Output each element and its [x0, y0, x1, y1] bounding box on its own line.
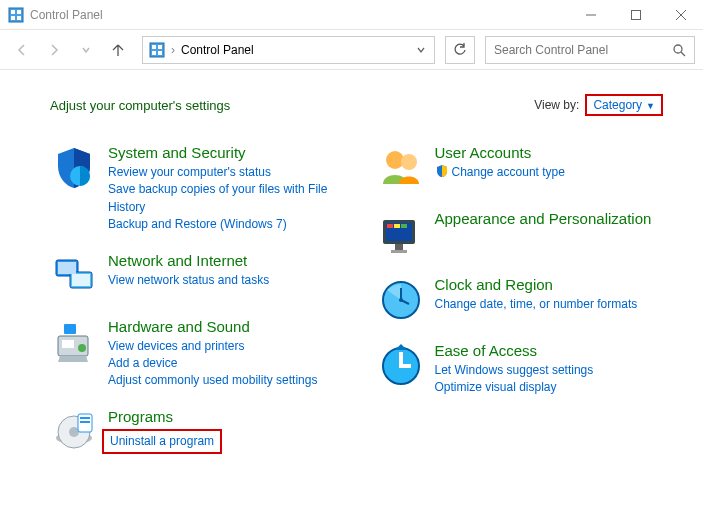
close-button[interactable] [658, 0, 703, 30]
svg-rect-38 [395, 244, 403, 250]
category-links: View network status and tasks [108, 272, 337, 289]
category-body: Network and InternetView network status … [108, 252, 337, 300]
category-title[interactable]: Clock and Region [435, 276, 664, 294]
search-icon[interactable] [672, 43, 686, 57]
category-link[interactable]: Backup and Restore (Windows 7) [108, 216, 337, 233]
category-links: Let Windows suggest settingsOptimize vis… [435, 362, 664, 397]
category-network: Network and InternetView network status … [50, 252, 337, 300]
category-link[interactable]: Review your computer's status [108, 164, 337, 181]
category-link[interactable]: Change date, time, or number formats [435, 296, 664, 313]
svg-point-42 [399, 298, 403, 302]
category-clock: Clock and RegionChange date, time, or nu… [377, 276, 664, 324]
refresh-button[interactable] [445, 36, 475, 64]
category-body: Hardware and SoundView devices and print… [108, 318, 337, 390]
svg-point-14 [674, 45, 682, 53]
category-title[interactable]: Network and Internet [108, 252, 337, 270]
view-by-value: Category [593, 98, 642, 112]
category-link[interactable]: Optimize visual display [435, 379, 664, 396]
category-shield: System and SecurityReview your computer'… [50, 144, 337, 234]
category-link[interactable]: Adjust commonly used mobility settings [108, 372, 337, 389]
programs-icon[interactable] [50, 408, 98, 456]
users-icon[interactable] [377, 144, 425, 192]
network-icon[interactable] [50, 252, 98, 300]
svg-rect-3 [11, 16, 15, 20]
breadcrumb-separator: › [171, 43, 175, 57]
svg-rect-20 [72, 274, 90, 286]
category-body: System and SecurityReview your computer'… [108, 144, 337, 234]
svg-rect-37 [401, 224, 407, 228]
category-programs: ProgramsUninstall a program [50, 408, 337, 456]
hardware-icon[interactable] [50, 318, 98, 366]
svg-rect-19 [58, 262, 76, 274]
category-link[interactable]: View network status and tasks [108, 272, 337, 289]
svg-rect-1 [11, 10, 15, 14]
category-title[interactable]: Hardware and Sound [108, 318, 337, 336]
svg-rect-6 [631, 10, 640, 19]
svg-line-15 [681, 52, 685, 56]
category-links: Uninstall a program [108, 428, 337, 454]
category-body: ProgramsUninstall a program [108, 408, 337, 456]
chevron-down-icon: ▼ [646, 101, 655, 111]
category-grid: System and SecurityReview your computer'… [50, 144, 663, 474]
category-links: Change account type [435, 164, 664, 181]
page-heading: Adjust your computer's settings [50, 98, 230, 113]
svg-rect-4 [17, 16, 21, 20]
category-link[interactable]: Add a device [108, 355, 337, 372]
back-button[interactable] [8, 36, 36, 64]
svg-rect-29 [80, 417, 90, 419]
svg-rect-39 [391, 250, 407, 253]
recent-dropdown[interactable] [72, 36, 100, 64]
category-title[interactable]: Programs [108, 408, 337, 426]
appearance-icon[interactable] [377, 210, 425, 258]
view-by-control: View by: Category▼ [534, 94, 663, 116]
svg-rect-2 [17, 10, 21, 14]
minimize-button[interactable] [568, 0, 613, 30]
svg-point-32 [401, 154, 417, 170]
category-title[interactable]: Appearance and Personalization [435, 210, 664, 228]
app-icon [8, 7, 24, 23]
category-links: Change date, time, or number formats [435, 296, 664, 313]
category-ease: Ease of AccessLet Windows suggest settin… [377, 342, 664, 397]
category-body: Ease of AccessLet Windows suggest settin… [435, 342, 664, 397]
category-link[interactable]: Save backup copies of your files with Fi… [108, 181, 337, 216]
search-box[interactable] [485, 36, 695, 64]
clock-icon[interactable] [377, 276, 425, 324]
titlebar: Control Panel [0, 0, 703, 30]
category-link[interactable]: View devices and printers [108, 338, 337, 355]
category-links: View devices and printersAdd a deviceAdj… [108, 338, 337, 390]
svg-rect-10 [152, 45, 156, 49]
category-link[interactable]: Let Windows suggest settings [435, 362, 664, 379]
category-title[interactable]: User Accounts [435, 144, 664, 162]
ease-icon[interactable] [377, 342, 425, 390]
svg-rect-30 [80, 421, 90, 423]
category-title[interactable]: System and Security [108, 144, 337, 162]
forward-button[interactable] [40, 36, 68, 64]
view-by-dropdown[interactable]: Category▼ [593, 98, 655, 112]
maximize-button[interactable] [613, 0, 658, 30]
category-appearance: Appearance and Personalization [377, 210, 664, 258]
category-column-right: User AccountsChange account typeAppearan… [377, 144, 664, 474]
svg-rect-13 [158, 51, 162, 55]
content-area: Adjust your computer's settings View by:… [0, 70, 703, 474]
category-links: Review your computer's statusSave backup… [108, 164, 337, 234]
search-input[interactable] [494, 43, 686, 57]
svg-rect-36 [394, 224, 400, 228]
window-title: Control Panel [30, 8, 568, 22]
category-link[interactable]: Change account type [435, 164, 664, 181]
svg-rect-12 [152, 51, 156, 55]
up-button[interactable] [104, 36, 132, 64]
svg-point-23 [78, 344, 86, 352]
category-title[interactable]: Ease of Access [435, 342, 664, 360]
highlight-uninstall: Uninstall a program [102, 429, 222, 454]
category-link[interactable]: Uninstall a program [110, 433, 214, 450]
category-users: User AccountsChange account type [377, 144, 664, 192]
svg-rect-22 [62, 340, 74, 348]
shield-icon[interactable] [50, 144, 98, 192]
category-body: User AccountsChange account type [435, 144, 664, 192]
view-by-highlight: Category▼ [585, 94, 663, 116]
breadcrumb[interactable]: Control Panel [181, 43, 254, 57]
category-body: Appearance and Personalization [435, 210, 664, 258]
svg-rect-11 [158, 45, 162, 49]
address-bar[interactable]: › Control Panel [142, 36, 435, 64]
chevron-down-icon[interactable] [416, 45, 426, 55]
